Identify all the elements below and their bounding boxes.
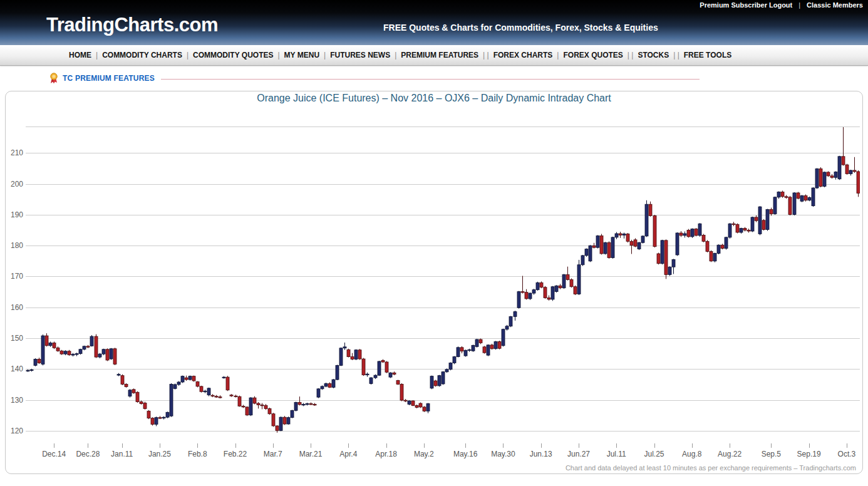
nav-separator: |: [557, 51, 559, 59]
utility-separator: |: [798, 1, 800, 9]
x-axis-label: Oct.3: [828, 450, 865, 458]
x-axis-label: Aug.8: [673, 450, 711, 458]
x-axis-label: Jul.25: [636, 450, 673, 458]
x-axis-label: Aug.22: [711, 450, 748, 458]
nav-separator: | |: [673, 51, 679, 59]
nav-item-commodity-quotes[interactable]: COMMODITY QUOTES: [193, 51, 273, 59]
x-axis-label: Sep.5: [752, 450, 790, 458]
x-axis-label: Feb.8: [178, 450, 216, 458]
x-axis-label: Apr.18: [368, 450, 405, 458]
nav-separator: |: [187, 51, 189, 59]
x-axis-label: Feb.22: [217, 450, 254, 458]
y-axis-label: 150: [6, 334, 23, 343]
y-axis-label: 180: [6, 241, 23, 250]
site-header: Premium Subscriber Logout|Classic Member…: [0, 0, 868, 45]
x-axis-label: Sep.19: [790, 450, 828, 458]
x-axis-label: Apr.4: [329, 450, 367, 458]
nav-separator: | |: [628, 51, 634, 59]
nav-item-commodity-charts[interactable]: COMMODITY CHARTS: [102, 51, 182, 59]
nav-item-forex-quotes[interactable]: FOREX QUOTES: [563, 51, 623, 59]
x-axis-label: May.2: [405, 450, 443, 458]
nav-item-free-tools[interactable]: FREE TOOLS: [684, 51, 731, 59]
x-axis-label: Jun.27: [560, 450, 597, 458]
y-axis-label: 160: [6, 303, 23, 312]
classic-members-link[interactable]: Classic Members: [807, 1, 863, 9]
nav-separator: |: [324, 51, 326, 59]
x-axis-label: Jul.11: [597, 450, 635, 458]
main-nav: HOME|COMMODITY CHARTS|COMMODITY QUOTES|M…: [0, 45, 868, 66]
chart-title: Orange Juice (ICE Futures) – Nov 2016 – …: [6, 93, 862, 104]
x-axis-label: Mar.21: [292, 450, 329, 458]
y-axis-label: 170: [6, 272, 23, 281]
x-axis-label: Dec.14: [35, 450, 73, 458]
site-logo[interactable]: TradingCharts.com: [46, 14, 218, 36]
y-axis-label: 210: [6, 148, 23, 157]
x-axis-label: May.30: [484, 450, 522, 458]
nav-item-stocks[interactable]: STOCKS: [638, 51, 669, 59]
x-axis-label: Jan.11: [103, 450, 141, 458]
premium-divider-line: [161, 79, 700, 80]
nav-separator: |: [395, 51, 396, 59]
nav-separator: |: [277, 51, 279, 59]
y-axis-label: 130: [6, 396, 23, 405]
candlestick-svg: [26, 127, 860, 451]
x-axis-label: May.16: [447, 450, 484, 458]
x-axis-label: Dec.28: [69, 450, 106, 458]
chart-container: Orange Juice (ICE Futures) – Nov 2016 – …: [5, 91, 863, 474]
y-axis-label: 120: [6, 427, 23, 435]
x-axis-label: Jun.13: [522, 450, 560, 458]
utility-bar: Premium Subscriber Logout|Classic Member…: [700, 1, 863, 9]
premium-subscriber-logout-link[interactable]: Premium Subscriber Logout: [700, 1, 792, 9]
premium-features-row: TC PREMIUM FEATURES: [0, 72, 868, 85]
tc-premium-features-link[interactable]: TC PREMIUM FEATURES: [63, 74, 155, 83]
y-axis-label: 140: [6, 364, 23, 373]
candlestick-plot: 120130140150160170180190200210Dec.14Dec.…: [26, 127, 860, 465]
nav-item-home[interactable]: HOME: [69, 51, 91, 59]
nav-separator: |: [96, 51, 98, 59]
nav-item-forex-charts[interactable]: FOREX CHARTS: [493, 51, 553, 59]
chart-disclaimer: Chart and data delayed at least 10 minut…: [566, 464, 856, 472]
x-axis-label: Mar.7: [254, 450, 292, 458]
site-tagline: FREE Quotes & Charts for Commodities, Fo…: [383, 23, 658, 33]
x-axis-label: Jan.25: [141, 450, 178, 458]
premium-medal-icon: [49, 73, 59, 84]
nav-item-premium-features[interactable]: PREMIUM FEATURES: [401, 51, 478, 59]
y-axis-label: 200: [6, 180, 23, 189]
nav-separator: | |: [483, 51, 489, 59]
nav-item-futures-news[interactable]: FUTURES NEWS: [330, 51, 390, 59]
y-axis-label: 190: [6, 210, 23, 219]
nav-item-my-menu[interactable]: MY MENU: [284, 51, 319, 59]
